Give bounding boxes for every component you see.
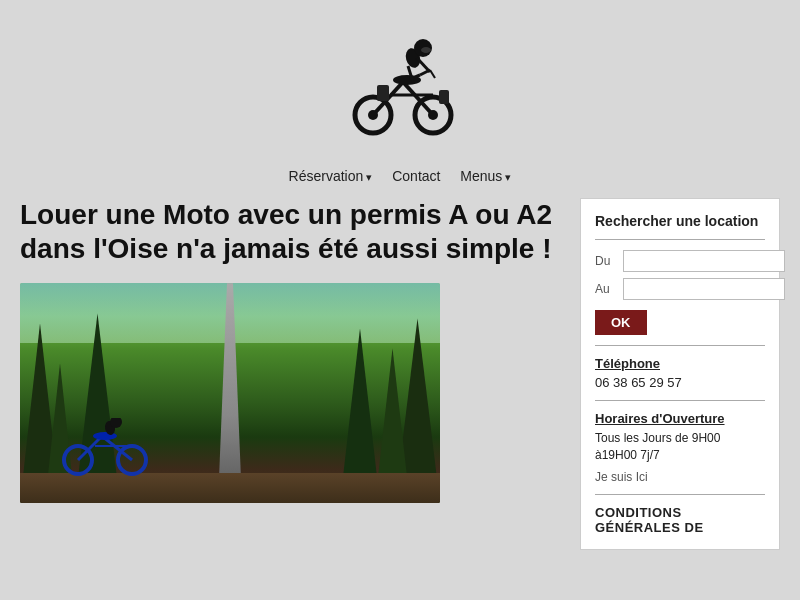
logo bbox=[335, 20, 465, 150]
svg-point-13 bbox=[421, 47, 431, 53]
au-input[interactable] bbox=[623, 278, 785, 300]
svg-rect-16 bbox=[377, 85, 389, 101]
au-row: Au bbox=[595, 278, 765, 300]
sidebar-divider-1 bbox=[595, 239, 765, 240]
du-row: Du bbox=[595, 250, 765, 272]
je-suis-ici[interactable]: Je suis Ici bbox=[595, 470, 765, 484]
telephone-number: 06 38 65 29 57 bbox=[595, 375, 765, 390]
sidebar-search-title: Rechercher une location bbox=[595, 213, 765, 229]
svg-line-14 bbox=[417, 58, 430, 72]
du-input[interactable] bbox=[623, 250, 785, 272]
sidebar-divider-2 bbox=[595, 345, 765, 346]
hero-image bbox=[20, 283, 440, 503]
nav-reservation[interactable]: Réservation bbox=[289, 168, 373, 184]
du-label: Du bbox=[595, 254, 623, 268]
nav-contact[interactable]: Contact bbox=[392, 168, 440, 184]
cgv-label: CONDITIONS GÉNÉRALES DE bbox=[595, 505, 765, 535]
search-form: Du Au OK bbox=[595, 250, 765, 335]
svg-point-10 bbox=[393, 75, 421, 85]
page-title: Louer une Moto avec un permis A ou A2 da… bbox=[20, 198, 560, 265]
sidebar-divider-4 bbox=[595, 494, 765, 495]
content-area: Louer une Moto avec un permis A ou A2 da… bbox=[20, 198, 560, 503]
ok-button[interactable]: OK bbox=[595, 310, 647, 335]
nav-menus[interactable]: Menus bbox=[460, 168, 511, 184]
sidebar-divider-3 bbox=[595, 400, 765, 401]
navigation: Réservation Contact Menus bbox=[0, 160, 800, 198]
header bbox=[0, 0, 800, 160]
svg-rect-17 bbox=[439, 90, 449, 104]
main-layout: Louer une Moto avec un permis A ou A2 da… bbox=[0, 198, 800, 570]
horaires-text: Tous les Jours de 9H00 à19H00 7j/7 bbox=[595, 430, 765, 464]
horaires-label: Horaires d'Ouverture bbox=[595, 411, 765, 426]
telephone-label: Téléphone bbox=[595, 356, 765, 371]
au-label: Au bbox=[595, 282, 623, 296]
sidebar: Rechercher une location Du Au OK Télépho… bbox=[580, 198, 780, 550]
